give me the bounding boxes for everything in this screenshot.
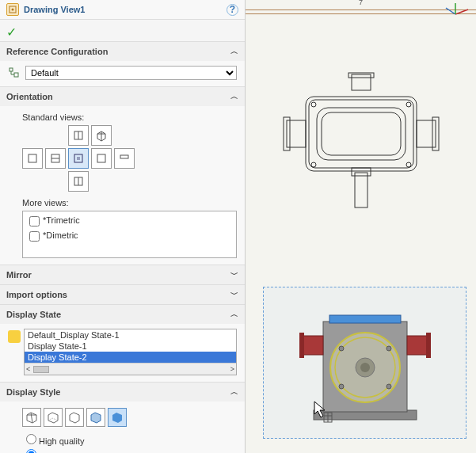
more-views-list: *Trimetric *Dimetric <box>22 211 237 258</box>
svg-point-1 <box>12 9 14 11</box>
confirm-row: ✓ <box>0 20 245 42</box>
caret-up-icon: ︿ <box>230 46 238 57</box>
radio-high-input[interactable] <box>26 434 36 444</box>
display-state-icon <box>8 330 21 343</box>
display-state-item[interactable]: Display State-2 <box>25 352 236 363</box>
svg-rect-6 <box>29 154 36 162</box>
svg-rect-11 <box>97 154 105 162</box>
triad-axes-icon <box>441 0 471 19</box>
section-header-orientation[interactable]: Orientation ︿ <box>0 87 245 106</box>
style-hidden-visible[interactable] <box>44 408 63 427</box>
section-header-import[interactable]: Import options ﹀ <box>0 285 245 304</box>
caret-up-icon: ︿ <box>230 386 238 398</box>
view-right[interactable] <box>91 148 112 169</box>
svg-rect-2 <box>10 68 13 71</box>
caret-up-icon: ︿ <box>230 309 238 320</box>
section-title: Orientation <box>6 92 53 101</box>
scroll-thumb[interactable] <box>33 366 49 373</box>
view-placement-box[interactable] <box>263 287 466 439</box>
view-left[interactable] <box>22 148 43 169</box>
sheet-column-number: 7 <box>359 0 363 6</box>
svg-point-46 <box>387 346 391 351</box>
svg-rect-3 <box>14 73 18 77</box>
configuration-select[interactable]: Default <box>25 66 237 80</box>
svg-rect-36 <box>329 315 401 323</box>
section-display-style: Display Style ︿ High quality Draft quali… <box>0 383 245 453</box>
view-bottom[interactable] <box>68 171 89 192</box>
section-orientation: Orientation ︿ Standard views: More views… <box>0 87 245 265</box>
drawing-canvas[interactable]: 7 <box>246 0 476 453</box>
svg-rect-38 <box>299 333 304 358</box>
scroll-right-arrow[interactable]: > <box>230 365 234 373</box>
svg-rect-10 <box>77 157 80 160</box>
checkbox-dimetric[interactable] <box>29 231 40 242</box>
display-state-list[interactable]: Default_Display State-1 Display State-1 … <box>24 329 237 375</box>
svg-point-47 <box>339 384 344 389</box>
section-header-display-state[interactable]: Display State ︿ <box>0 305 245 324</box>
more-views-label: More views: <box>22 198 237 207</box>
view-top[interactable] <box>68 125 89 146</box>
section-display-state: Display State ︿ Default_Display State-1 … <box>0 305 245 383</box>
help-icon[interactable]: ? <box>227 4 238 16</box>
svg-point-32 <box>311 162 316 167</box>
svg-rect-22 <box>317 108 406 160</box>
view-front2[interactable] <box>45 148 66 169</box>
section-title: Import options <box>6 290 67 299</box>
caret-up-icon: ︿ <box>230 91 238 102</box>
display-state-item[interactable]: Default_Display State-1 <box>25 329 236 341</box>
svg-rect-19 <box>348 73 374 78</box>
svg-line-15 <box>455 10 468 14</box>
radio-high-quality[interactable]: High quality <box>22 432 237 446</box>
property-panel: Drawing View1 ? ✓ Reference Configuratio… <box>0 0 246 453</box>
view-iso[interactable] <box>91 125 112 146</box>
section-mirror: Mirror ﹀ <box>0 265 245 285</box>
svg-point-31 <box>406 102 411 107</box>
svg-rect-39 <box>407 336 428 355</box>
caret-down-icon: ﹀ <box>230 289 238 300</box>
config-tree-icon <box>8 67 21 79</box>
svg-rect-28 <box>355 173 367 207</box>
section-header-display-style[interactable]: Display Style ︿ <box>0 383 245 402</box>
style-hidden-removed[interactable] <box>65 408 84 427</box>
ok-check-icon[interactable]: ✓ <box>6 25 17 39</box>
scroll-left-arrow[interactable]: < <box>26 365 30 373</box>
display-style-buttons <box>22 408 237 427</box>
section-import-options: Import options ﹀ <box>0 285 245 305</box>
svg-rect-23 <box>322 112 401 155</box>
svg-point-44 <box>360 363 370 372</box>
display-state-item[interactable]: Display State-1 <box>25 341 236 352</box>
section-header-mirror[interactable]: Mirror ﹀ <box>0 265 245 284</box>
section-header-refconfig[interactable]: Reference Configuration ︿ <box>0 42 245 61</box>
more-view-trimetric[interactable]: *Trimetric <box>26 214 233 229</box>
style-shaded[interactable] <box>108 408 127 427</box>
standard-views-label: Standard views: <box>22 112 237 122</box>
checkbox-trimetric[interactable] <box>29 216 40 226</box>
svg-rect-40 <box>426 333 431 358</box>
horizontal-scrollbar[interactable]: < > <box>25 363 236 375</box>
panel-title: Drawing View1 <box>24 5 85 14</box>
svg-rect-20 <box>309 100 413 168</box>
section-title: Reference Configuration <box>6 47 108 56</box>
style-wireframe[interactable] <box>22 408 41 427</box>
radio-draft-quality[interactable]: Draft quality <box>22 447 237 453</box>
section-reference-configuration: Reference Configuration ︿ Default <box>0 42 245 87</box>
svg-rect-37 <box>303 336 323 355</box>
standard-views-grid <box>22 125 237 192</box>
top-view-drawing <box>282 71 440 214</box>
section-title: Display Style <box>6 387 60 397</box>
section-title: Mirror <box>6 270 32 280</box>
style-shaded-edges[interactable] <box>86 408 105 427</box>
svg-rect-18 <box>352 74 371 90</box>
svg-point-33 <box>406 162 411 167</box>
cursor-icon <box>313 400 333 424</box>
svg-rect-12 <box>120 155 128 158</box>
view-back[interactable] <box>114 148 135 169</box>
svg-point-30 <box>311 102 316 107</box>
section-title: Display State <box>6 310 61 319</box>
more-view-dimetric[interactable]: *Dimetric <box>26 229 233 244</box>
radio-draft-input[interactable] <box>26 449 36 453</box>
panel-header: Drawing View1 ? <box>0 0 245 20</box>
view-front[interactable] <box>68 148 89 169</box>
caret-down-icon: ﹀ <box>230 269 238 280</box>
svg-line-16 <box>446 8 455 14</box>
